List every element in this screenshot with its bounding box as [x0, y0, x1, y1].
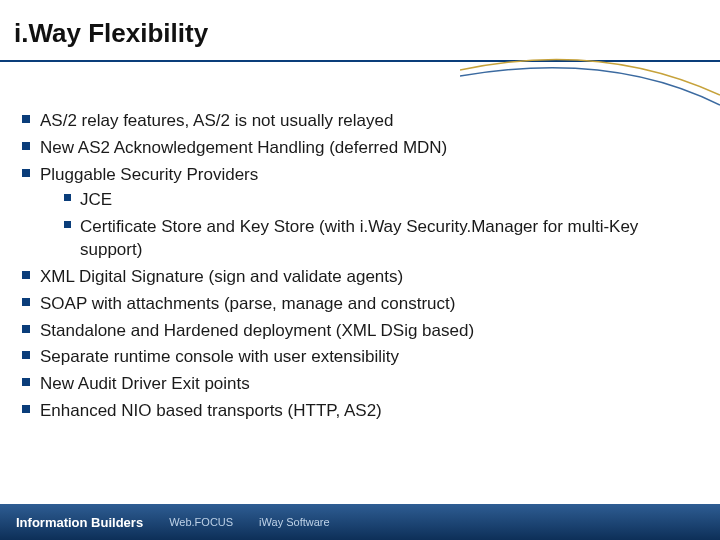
- list-item: Standalone and Hardened deployment (XML …: [22, 320, 690, 343]
- bullet-text: JCE: [80, 190, 112, 209]
- list-item: XML Digital Signature (sign and validate…: [22, 266, 690, 289]
- bullet-text: Enhanced NIO based transports (HTTP, AS2…: [40, 401, 382, 420]
- brand-logo-information-builders: Information Builders: [16, 515, 143, 530]
- list-item: Enhanced NIO based transports (HTTP, AS2…: [22, 400, 690, 423]
- bullet-text: Separate runtime console with user exten…: [40, 347, 399, 366]
- brand-logo-webfocus: Web.FOCUS: [169, 516, 233, 528]
- list-item: Separate runtime console with user exten…: [22, 346, 690, 369]
- bullet-text: New Audit Driver Exit points: [40, 374, 250, 393]
- footer-bar: Information Builders Web.FOCUS iWay Soft…: [0, 504, 720, 540]
- page-title: i.Way Flexibility: [14, 18, 208, 49]
- bullet-text: SOAP with attachments (parse, manage and…: [40, 294, 455, 313]
- title-rule: [0, 60, 720, 62]
- sub-bullet-list: JCE Certificate Store and Key Store (wit…: [40, 189, 690, 262]
- bullet-list: AS/2 relay features, AS/2 is not usually…: [22, 110, 690, 423]
- list-item: New Audit Driver Exit points: [22, 373, 690, 396]
- list-item: Pluggable Security Providers JCE Certifi…: [22, 164, 690, 262]
- list-item: Certificate Store and Key Store (with i.…: [64, 216, 690, 262]
- brand-logo-iway: iWay Software: [259, 516, 330, 528]
- slide: i.Way Flexibility AS/2 relay features, A…: [0, 0, 720, 540]
- bullet-text: New AS2 Acknowledgement Handling (deferr…: [40, 138, 447, 157]
- bullet-text: Standalone and Hardened deployment (XML …: [40, 321, 474, 340]
- content-area: AS/2 relay features, AS/2 is not usually…: [22, 110, 690, 427]
- bullet-text: Certificate Store and Key Store (with i.…: [80, 217, 638, 259]
- list-item: SOAP with attachments (parse, manage and…: [22, 293, 690, 316]
- list-item: AS/2 relay features, AS/2 is not usually…: [22, 110, 690, 133]
- bullet-text: Pluggable Security Providers: [40, 165, 258, 184]
- bullet-text: AS/2 relay features, AS/2 is not usually…: [40, 111, 393, 130]
- bullet-text: XML Digital Signature (sign and validate…: [40, 267, 403, 286]
- decorative-swoosh: [460, 50, 720, 110]
- list-item: JCE: [64, 189, 690, 212]
- list-item: New AS2 Acknowledgement Handling (deferr…: [22, 137, 690, 160]
